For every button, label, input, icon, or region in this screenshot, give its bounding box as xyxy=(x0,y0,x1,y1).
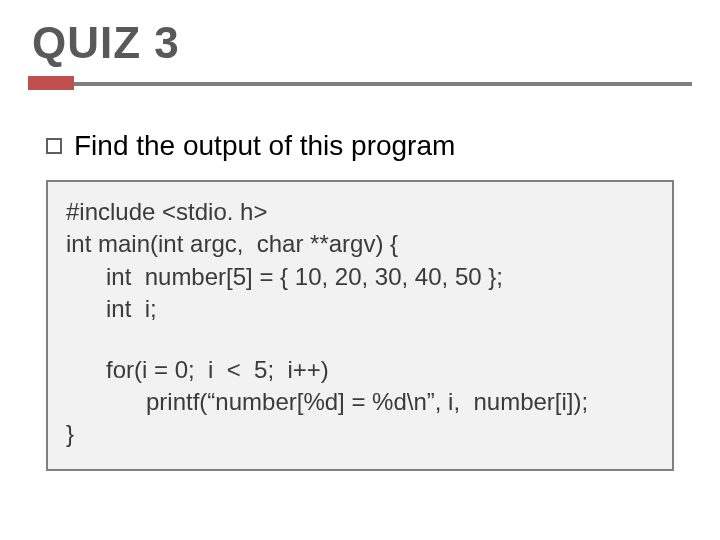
code-line: int i; xyxy=(66,293,654,325)
code-line: int main(int argc, char **argv) { xyxy=(66,228,654,260)
blank-line xyxy=(66,326,654,354)
code-line: for(i = 0; i < 5; i++) xyxy=(66,354,654,386)
code-line: #include <stdio. h> xyxy=(66,196,654,228)
square-bullet-icon xyxy=(46,138,62,154)
slide: QUIZ 3 Find the output of this program #… xyxy=(0,0,720,540)
bullet-item: Find the output of this program xyxy=(46,130,692,162)
bullet-text: Find the output of this program xyxy=(74,130,455,162)
title-rule xyxy=(28,76,692,90)
rule-accent xyxy=(28,76,74,90)
rule-line xyxy=(28,82,692,86)
code-line: } xyxy=(66,418,654,450)
slide-title: QUIZ 3 xyxy=(28,18,692,68)
code-line: printf(“number[%d] = %d\n”, i, number[i]… xyxy=(66,386,654,418)
code-line: int number[5] = { 10, 20, 30, 40, 50 }; xyxy=(66,261,654,293)
code-block: #include <stdio. h> int main(int argc, c… xyxy=(46,180,674,471)
